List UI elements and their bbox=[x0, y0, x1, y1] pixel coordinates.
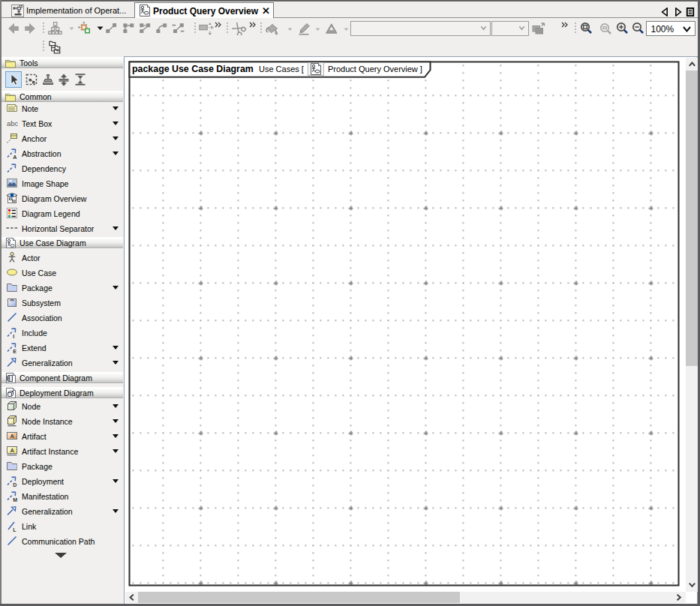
svg-text:I: I bbox=[13, 334, 14, 339]
svg-text:D: D bbox=[13, 482, 17, 488]
svg-text:abc: abc bbox=[7, 119, 18, 128]
svg-text:A: A bbox=[11, 433, 15, 440]
svg-text:M: M bbox=[13, 497, 17, 502]
svg-text:L: L bbox=[13, 527, 17, 532]
svg-text:A: A bbox=[11, 447, 15, 454]
svg-text:A: A bbox=[13, 154, 17, 160]
svg-text:E: E bbox=[13, 349, 17, 354]
